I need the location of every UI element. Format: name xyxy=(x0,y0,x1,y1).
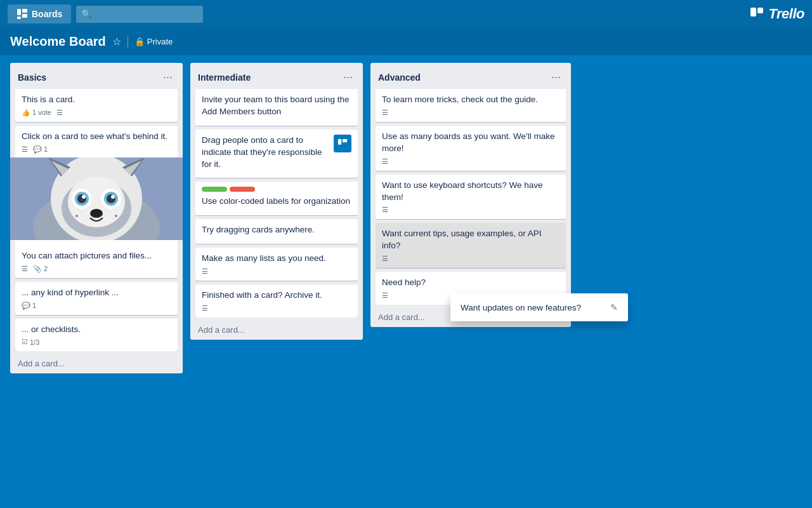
card-10-text: Make as many lists as you need. xyxy=(202,253,351,265)
desc-badge-1: ☰ xyxy=(56,109,63,117)
attachment-count: 2 xyxy=(44,265,48,272)
tooltip-new-features: Want updates on new features? ✎ xyxy=(450,293,628,321)
privacy-label: Private xyxy=(147,37,173,46)
card-6-text: Invite your team to this board using the… xyxy=(202,94,351,118)
svg-rect-3 xyxy=(17,17,21,19)
svg-rect-4 xyxy=(750,8,756,17)
card-3-image xyxy=(10,157,183,240)
search-input[interactable] xyxy=(76,6,203,23)
svg-point-23 xyxy=(90,209,103,218)
card-4-footer: 💬 1 xyxy=(22,302,171,310)
svg-point-24 xyxy=(75,215,78,217)
board-icon xyxy=(16,8,28,20)
add-card-intermediate[interactable]: Add a card... xyxy=(190,320,363,340)
checklist-badge: ☑ 1/3 xyxy=(22,338,39,346)
privacy-badge: 🔒 Private xyxy=(134,37,173,46)
app-header: Boards 🔍 Trello xyxy=(0,0,812,28)
attachment-badge: 📎 2 xyxy=(33,265,48,273)
list-header-basics: Basics ··· xyxy=(10,63,183,89)
comment-badge-4: 💬 1 xyxy=(22,302,36,310)
desc-badge-12: ☰ xyxy=(382,109,388,117)
boards-button[interactable]: Boards xyxy=(8,4,71,23)
card-1[interactable]: This is a card. 👍 1 vote ☰ xyxy=(15,89,178,122)
list-header-intermediate: Intermediate ··· xyxy=(190,63,363,89)
thumbs-up-icon: 👍 xyxy=(22,109,30,117)
card-7-text: Drag people onto a card to indicate that… xyxy=(202,135,329,171)
desc-badge-14: ☰ xyxy=(382,206,388,214)
list-menu-button-basics[interactable]: ··· xyxy=(160,69,175,85)
star-icon[interactable]: ☆ xyxy=(112,36,121,48)
card-7-trello-icon xyxy=(334,135,351,152)
desc-badge-3: ☰ xyxy=(22,265,28,273)
card-14-text: Want to use keyboard shortcuts? We have … xyxy=(382,180,560,204)
comment-badge-2: 💬 1 xyxy=(33,145,48,154)
desc-icon-16: ☰ xyxy=(382,291,388,300)
card-10[interactable]: Make as many lists as you need. ☰ xyxy=(195,248,358,281)
card-11[interactable]: Finished with a card? Archive it. ☰ xyxy=(195,284,358,318)
svg-rect-2 xyxy=(22,14,27,18)
card-5[interactable]: ... or checklists. ☑ 1/3 xyxy=(15,319,178,352)
list-title-basics: Basics xyxy=(18,72,46,83)
card-11-text: Finished with a card? Archive it. xyxy=(202,290,351,302)
desc-badge-16: ☰ xyxy=(382,291,388,300)
card-6[interactable]: Invite your team to this board using the… xyxy=(195,89,358,126)
card-2-footer: ☰ 💬 1 xyxy=(22,145,171,154)
desc-icon-13: ☰ xyxy=(382,157,388,166)
card-12-text: To learn more tricks, check out the guid… xyxy=(382,94,560,106)
desc-icon-12: ☰ xyxy=(382,109,388,117)
card-12-footer: ☰ xyxy=(382,109,560,117)
list-menu-button-advanced[interactable]: ··· xyxy=(549,69,563,85)
card-14[interactable]: Want to use keyboard shortcuts? We have … xyxy=(376,175,566,220)
card-3-content: You can attach pictures and files... ☰ 📎… xyxy=(15,245,178,278)
card-2-text: Click on a card to see what's behind it. xyxy=(22,131,171,143)
card-9-text: Try dragging cards anywhere. xyxy=(202,224,351,236)
label-green xyxy=(202,187,227,192)
list-menu-button-intermediate[interactable]: ··· xyxy=(341,69,355,85)
card-5-footer: ☑ 1/3 xyxy=(22,338,171,346)
card-8[interactable]: Use color-coded labels for organization xyxy=(195,182,358,215)
card-15[interactable]: Want current tips, usage examples, or AP… xyxy=(376,223,566,268)
list-header-advanced: Advanced ··· xyxy=(370,63,571,89)
list-cards-basics: This is a card. 👍 1 vote ☰ Click on a ca… xyxy=(10,89,183,351)
card-8-text: Use color-coded labels for organization xyxy=(202,196,351,208)
trello-logo-icon xyxy=(749,6,764,22)
card-10-footer: ☰ xyxy=(202,267,351,276)
logo-text: Trello xyxy=(768,6,804,22)
svg-rect-26 xyxy=(338,139,341,145)
title-divider xyxy=(128,36,128,48)
card-7[interactable]: Drag people onto a card to indicate that… xyxy=(195,130,358,178)
card-13[interactable]: Use as many boards as you want. We'll ma… xyxy=(376,126,566,171)
desc-badge-2: ☰ xyxy=(22,145,28,154)
board-area: Basics ··· This is a card. 👍 1 vote ☰ xyxy=(0,55,812,507)
card-13-footer: ☰ xyxy=(382,157,560,166)
card-2[interactable]: Click on a card to see what's behind it.… xyxy=(15,126,178,159)
list-title-intermediate: Intermediate xyxy=(198,72,251,83)
add-card-basics[interactable]: Add a card... xyxy=(10,354,183,373)
card-12[interactable]: To learn more tricks, check out the guid… xyxy=(376,89,566,122)
desc-icon-15: ☰ xyxy=(382,255,388,263)
desc-badge-13: ☰ xyxy=(382,157,388,166)
card-3[interactable]: You can attach pictures and files... ☰ 📎… xyxy=(15,163,178,278)
boards-label: Boards xyxy=(32,9,62,19)
list-cards-intermediate: Invite your team to this board using the… xyxy=(190,89,363,318)
list-intermediate: Intermediate ··· Invite your team to thi… xyxy=(190,63,363,340)
attachment-icon: 📎 xyxy=(33,265,42,273)
card-4[interactable]: ... any kind of hyperlink ... 💬 1 xyxy=(15,282,178,315)
desc-icon-2: ☰ xyxy=(22,145,28,154)
list-basics: Basics ··· This is a card. 👍 1 vote ☰ xyxy=(10,63,183,373)
desc-icon-10: ☰ xyxy=(202,267,208,276)
lock-icon: 🔒 xyxy=(134,37,145,46)
card-13-text: Use as many boards as you want. We'll ma… xyxy=(382,131,560,155)
card-4-text: ... any kind of hyperlink ... xyxy=(22,287,171,299)
card-3-text: You can attach pictures and files... xyxy=(22,250,171,262)
svg-rect-5 xyxy=(757,8,763,13)
tooltip-edit-icon[interactable]: ✎ xyxy=(610,302,618,312)
search-container: 🔍 xyxy=(76,6,203,23)
card-9[interactable]: Try dragging cards anywhere. xyxy=(195,219,358,244)
desc-icon: ☰ xyxy=(56,109,63,117)
list-cards-advanced: To learn more tricks, check out the guid… xyxy=(370,89,571,305)
desc-icon-14: ☰ xyxy=(382,206,388,214)
card-15-footer: ☰ xyxy=(382,255,560,263)
svg-point-22 xyxy=(111,195,115,199)
card-7-inner: Drag people onto a card to indicate that… xyxy=(202,135,351,173)
